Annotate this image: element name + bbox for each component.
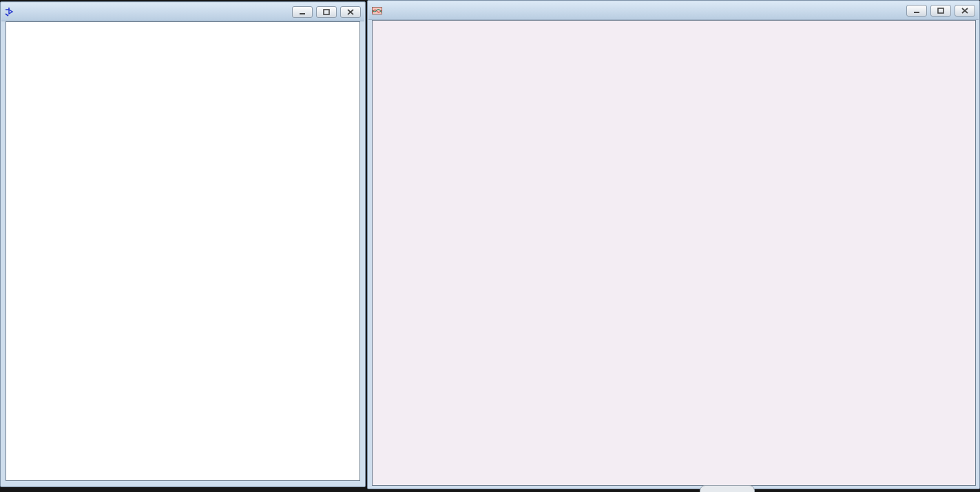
taskbar-nub: [700, 485, 755, 492]
close-button[interactable]: [955, 5, 975, 17]
maximize-button[interactable]: [930, 5, 951, 17]
waveform-titlebar[interactable]: [368, 1, 979, 20]
minimize-button[interactable]: [906, 5, 927, 17]
schematic-doc-icon: [5, 7, 15, 17]
waveform-window: [367, 0, 980, 489]
maximize-button[interactable]: [316, 6, 337, 18]
close-button[interactable]: [340, 6, 361, 18]
minimize-button[interactable]: [292, 6, 313, 18]
schematic-titlebar[interactable]: [1, 3, 364, 21]
schematic-canvas[interactable]: [6, 21, 360, 481]
waveform-canvas[interactable]: [372, 20, 976, 486]
waveform-doc-icon: [372, 6, 382, 16]
schematic-window: [0, 1, 366, 487]
